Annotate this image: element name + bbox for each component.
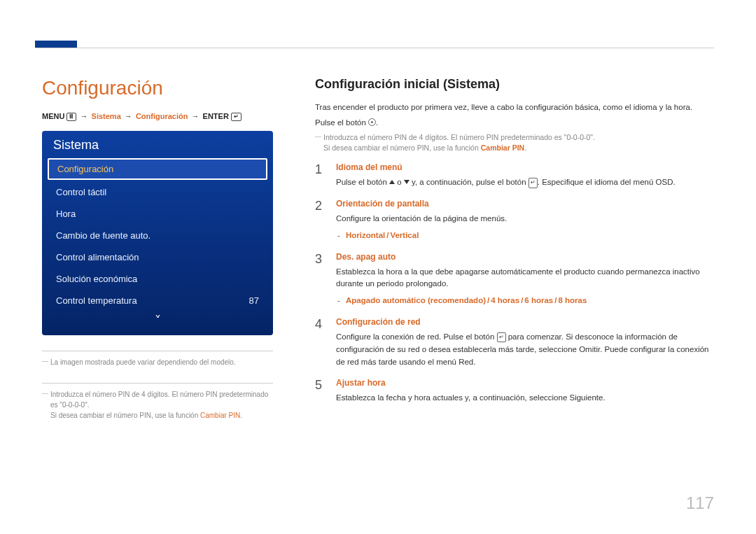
note-text: . (524, 143, 526, 152)
osd-menu-item-configuracion[interactable]: Configuración (48, 158, 267, 180)
step-text: Establezca la fecha y hora actuales y, a… (336, 393, 569, 402)
content-columns: Configuración MENU Ⅲ → Sistema → Configu… (42, 21, 714, 425)
osd-menu-item-control-tactil[interactable]: Control táctil (42, 181, 273, 203)
breadcrumb-item: Sistema (92, 112, 121, 120)
page-number: 117 (686, 493, 714, 513)
triangle-up-icon (389, 180, 395, 184)
subsection-title: Configuración inicial (Sistema) (315, 77, 714, 92)
chevron-down-icon[interactable]: ˅ (42, 311, 273, 328)
step-body: Configure la conexión de red. Pulse el b… (336, 331, 714, 368)
enter-icon: ↵ (497, 332, 506, 342)
body-paragraph: Tras encender el producto por primera ve… (315, 101, 714, 114)
step-text: Pulse el botón (336, 178, 389, 186)
step-text: Configure la conexión de red. Pulse el b… (336, 332, 497, 341)
step-heading: Idioma del menú (336, 162, 714, 172)
osd-panel-title: Sistema (42, 131, 273, 157)
option: Apagado automático (recomendado) (346, 296, 486, 304)
step-item: Des. apag auto Establezca la hora a la q… (315, 252, 714, 307)
breadcrumb-enter: ENTER (203, 112, 229, 120)
menu-icon: Ⅲ (66, 113, 76, 121)
divider (42, 383, 273, 384)
step-body: Pulse el botón o y, a continuación, puls… (336, 176, 714, 189)
step-heading: Ajustar hora (336, 378, 714, 388)
footnote: La imagen mostrada puede variar dependie… (42, 357, 273, 367)
osd-menu-item-solucion-economica[interactable]: Solución económica (42, 268, 273, 290)
osd-item-label: Control táctil (56, 187, 106, 197)
osd-item-label: Hora (56, 209, 76, 219)
arrow-icon: → (80, 112, 88, 120)
header-rule (35, 48, 714, 48)
note-text: Si desea cambiar el número PIN, use la f… (323, 143, 481, 152)
arrow-icon: → (192, 112, 200, 120)
step-text: y, a continuación, pulse el botón (410, 178, 528, 186)
step-item: Configuración de red Configure la conexi… (315, 317, 714, 368)
step-heading: Orientación de pantalla (336, 199, 714, 209)
step-item: Ajustar hora Establezca la fecha y hora … (315, 378, 714, 405)
body-paragraph: Pulse el botón . (315, 117, 714, 129)
option: 4 horas (491, 296, 519, 304)
power-circle-icon (368, 118, 376, 126)
body-text: Pulse el botón (315, 118, 368, 127)
osd-menu-item-hora[interactable]: Hora (42, 203, 273, 225)
osd-menu-item-control-alimentacion[interactable]: Control alimentación (42, 246, 273, 268)
option: Vertical (390, 231, 419, 239)
step-bold: Omitir (579, 345, 600, 353)
option-list: Horizontal/Vertical (336, 230, 714, 242)
left-column: Configuración MENU Ⅲ → Sistema → Configu… (42, 77, 294, 425)
step-text: . Especifique el idioma del menú OSD. (538, 178, 676, 186)
step-text: . (603, 393, 605, 402)
body-text: . (376, 118, 378, 127)
osd-item-label: Solución económica (56, 274, 137, 284)
osd-menu-item-control-temperatura[interactable]: Control temperatura 87 (42, 290, 273, 311)
step-heading: Configuración de red (336, 317, 714, 327)
note-highlight: Cambiar PIN (481, 143, 524, 152)
osd-item-label: Control alimentación (56, 252, 139, 262)
step-highlight: Red (458, 358, 473, 366)
option: Horizontal (346, 231, 385, 239)
breadcrumb-menu: MENU (42, 112, 64, 120)
inline-note: Introduzca el número PIN de 4 dígitos. E… (315, 132, 714, 155)
right-column: Configuración inicial (Sistema) Tras enc… (294, 77, 714, 425)
osd-menu-item-cambio-fuente[interactable]: Cambio de fuente auto. (42, 225, 273, 246)
step-body: Establezca la fecha y hora actuales y, a… (336, 392, 714, 405)
footnote-text: Introduzca el número PIN de 4 dígitos. E… (50, 391, 268, 409)
osd-item-value: 87 (249, 295, 259, 306)
steps-list: Idioma del menú Pulse el botón o y, a co… (315, 162, 714, 405)
breadcrumb-item: Configuración (136, 112, 188, 120)
arrow-icon: → (125, 112, 132, 120)
osd-item-label: Configuración (57, 164, 113, 174)
breadcrumb: MENU Ⅲ → Sistema → Configuración → ENTER… (42, 112, 273, 121)
option: 8 horas (558, 296, 587, 304)
enter-icon: ↵ (528, 178, 538, 188)
footnote: Introduzca el número PIN de 4 dígitos. E… (42, 389, 273, 421)
header-accent (35, 41, 77, 48)
osd-panel: Sistema Configuración Control táctil Hor… (42, 131, 273, 335)
step-text: o (395, 178, 404, 186)
osd-item-label: Control temperatura (56, 295, 137, 306)
step-item: Idioma del menú Pulse el botón o y, a co… (315, 162, 714, 189)
document-page: Configuración MENU Ⅲ → Sistema → Configu… (0, 0, 756, 534)
step-text: . (473, 358, 475, 366)
option: 6 horas (524, 296, 553, 304)
option-list: Apagado automático (recomendado)/4 horas… (336, 295, 714, 307)
step-heading: Des. apag auto (336, 252, 714, 262)
divider (42, 351, 273, 351)
enter-icon: ↵ (231, 113, 241, 121)
osd-item-label: Cambio de fuente auto. (56, 230, 150, 241)
step-item: Orientación de pantalla Configure la ori… (315, 199, 714, 242)
section-title: Configuración (42, 77, 273, 99)
footnote-highlight: Cambiar PIN (200, 412, 240, 419)
triangle-down-icon (404, 180, 410, 184)
step-body: Configure la orientación de la página de… (336, 213, 714, 225)
footnote-text: Si desea cambiar el número PIN, use la f… (50, 412, 200, 419)
note-text: Introduzca el número PIN de 4 dígitos. E… (323, 133, 595, 141)
step-body: Establezca la hora a la que debe apagars… (336, 266, 714, 291)
